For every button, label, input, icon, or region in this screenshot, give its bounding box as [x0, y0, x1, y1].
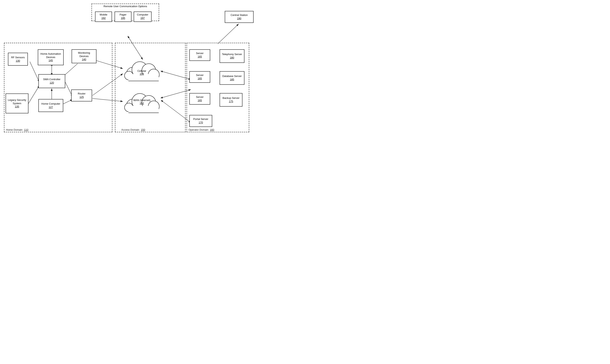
monitoring-devices-node: Monitoring Devices 140: [72, 49, 96, 63]
backup-server-node: Backup Server 175: [220, 93, 242, 107]
home-computer-node: Home Computer 127: [39, 99, 63, 112]
router-node: Router 125: [71, 90, 92, 102]
cellular-cloud: Cellular 154: [121, 58, 163, 85]
server1-node: Server 165: [189, 49, 210, 61]
server2-node: Server 165: [189, 71, 210, 83]
legacy-security-node: Legacy Security System 135: [6, 93, 28, 113]
pager-node: Pager 195: [115, 12, 131, 22]
server3-node: Server 165: [189, 93, 210, 105]
home-domain-label: Home Domain 110: [6, 128, 28, 131]
access-domain-label: Access Domain 150: [121, 128, 145, 131]
remote-user-title: Remote User Communication Options: [104, 5, 147, 8]
telephony-server-node: Telephony Server 180: [220, 49, 245, 63]
diagram: Remote User Communication Options Mobile…: [0, 0, 305, 182]
mobile-node: Mobile 192: [95, 12, 112, 22]
home-automation-node: Home Automation Devices 145: [38, 49, 64, 65]
svg-line-15: [218, 24, 239, 44]
wan-cloud: WAN (Internet) 152: [121, 90, 163, 116]
svg-rect-29: [129, 106, 159, 113]
operator-domain-label: Operator Domain 160: [189, 128, 214, 131]
computer-remote-node: Computer 197: [134, 12, 152, 22]
rf-sensors-node: RF Sensors 130: [8, 53, 28, 66]
svg-rect-22: [129, 74, 159, 81]
central-station-node: Central Station 190: [225, 11, 254, 23]
portal-server-node: Portal Server 170: [189, 115, 212, 127]
sma-controller-node: SMA Controller 120: [39, 74, 65, 88]
remote-user-label: Remote User Communication Options: [93, 5, 157, 8]
access-domain-box: [115, 43, 186, 132]
database-server-node: Database Server 185: [220, 71, 245, 85]
